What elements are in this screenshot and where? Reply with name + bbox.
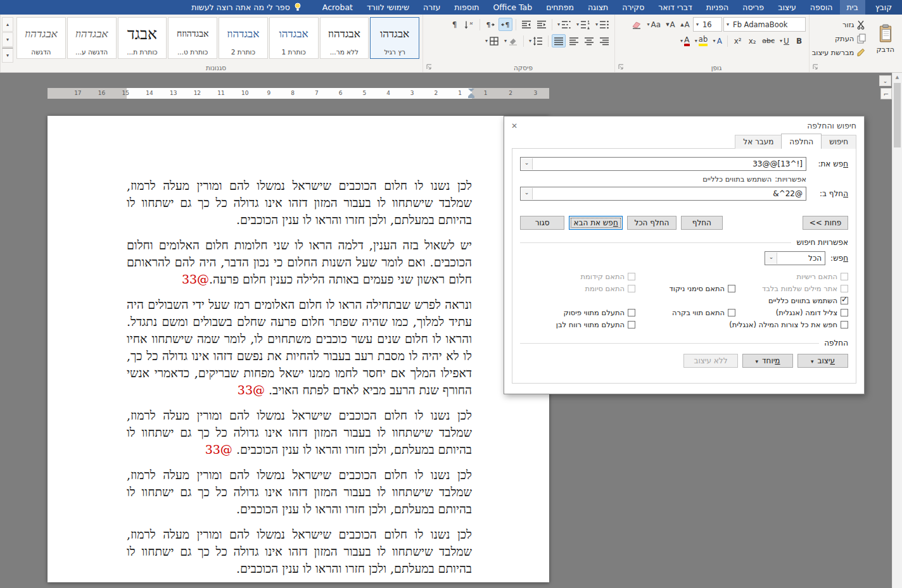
increase-indent-button[interactable] xyxy=(519,18,533,31)
tab-addins[interactable]: תוספות xyxy=(447,0,486,15)
bullets-button[interactable] xyxy=(594,18,611,31)
vertical-scrollbar[interactable]: ▲ xyxy=(892,72,902,588)
paragraph[interactable]: לכן נשנו לו חלום הכוכבים שישראל נמשלו לה… xyxy=(127,526,472,577)
tab-layout[interactable]: פריסה xyxy=(735,0,771,15)
tab-acrobat[interactable]: Acrobat xyxy=(315,0,360,15)
justify-button[interactable] xyxy=(552,34,566,47)
multilevel-list-button[interactable] xyxy=(556,18,573,31)
format-menu-button[interactable]: עיצוב xyxy=(797,354,848,368)
checkbox-find-all-word-forms[interactable]: חפש את כל צורות המילה (אנגלית) xyxy=(735,318,848,330)
checkbox-match-diacritics[interactable]: התאם סימני ניקוד xyxy=(635,282,735,294)
subscript-button[interactable]: x₂ xyxy=(746,34,759,47)
document-page[interactable]: לכן נשנו לו חלום הכוכבים שישראל נמשלו לה… xyxy=(48,116,549,582)
dropdown-arrow-icon[interactable] xyxy=(521,188,533,199)
font-size-combobox[interactable]: 16 xyxy=(693,17,722,32)
style-card-title-t[interactable]: אבגדהוזח כותרת ט... xyxy=(168,17,217,59)
show-paragraph-marks-button[interactable]: ¶ xyxy=(448,18,461,31)
scroll-up-icon[interactable]: ▲ xyxy=(892,72,902,82)
tab-review[interactable]: סקירה xyxy=(615,0,651,15)
rtl-text-direction-button[interactable] xyxy=(499,18,512,31)
paragraph[interactable]: ונראה לפרש שבתחילה הראו לו חלום האלומים … xyxy=(127,296,472,399)
tab-find[interactable]: חיפוש xyxy=(821,135,856,149)
clear-formatting-button[interactable] xyxy=(630,18,644,31)
gallery-scroll-up-icon[interactable]: ▴ xyxy=(2,17,13,32)
style-card-heading1[interactable]: אבגדהו כותרת 1 xyxy=(269,17,319,59)
style-card-normal-run[interactable]: אבגדהו רץ רגיל xyxy=(370,17,419,59)
close-button[interactable]: סגור xyxy=(520,216,564,230)
font-color-button[interactable]: A xyxy=(678,34,692,47)
replace-with-combobox[interactable]: &^22@ xyxy=(520,187,806,201)
style-card-no-spacing[interactable]: אבגדהוז ללא מר... xyxy=(320,17,369,59)
tab-developer[interactable]: מפתחים xyxy=(539,0,581,15)
tab-mailings[interactable]: דברי דואר xyxy=(651,0,699,15)
close-dialog-button[interactable]: ✕ xyxy=(509,120,520,132)
ltr-text-direction-button[interactable] xyxy=(483,18,497,31)
shrink-font-button[interactable]: A▼ xyxy=(664,18,677,31)
style-card-heading2[interactable]: אבגדהוז כותרת 2 xyxy=(219,17,268,59)
tell-me-search[interactable]: ספר לי מה אתה רוצה לעשות xyxy=(186,0,307,15)
find-what-combobox[interactable]: 33@@[13^!] xyxy=(520,157,806,171)
borders-button[interactable] xyxy=(483,34,501,47)
no-formatting-button[interactable]: ללא עיצוב xyxy=(683,354,738,368)
checkbox-match-control-characters[interactable]: התאם תווי בקרה xyxy=(635,306,735,318)
shading-button[interactable] xyxy=(502,34,520,47)
checkbox-ignore-whitespace[interactable]: התעלם מתווי רווח לבן xyxy=(520,318,635,330)
decrease-indent-button[interactable] xyxy=(535,18,549,31)
style-card-subtle-emphasis[interactable]: אבגדהוז הדגשה ע... xyxy=(67,17,117,59)
gallery-scroll-down-icon[interactable]: ▾ xyxy=(2,32,13,47)
align-right-button[interactable] xyxy=(597,34,611,47)
special-menu-button[interactable]: מיוחד xyxy=(742,354,793,368)
superscript-button[interactable]: x² xyxy=(731,34,744,47)
less-button[interactable]: << פחות xyxy=(803,216,848,230)
tab-office-tab[interactable]: Office Tab xyxy=(486,0,540,15)
tab-file[interactable]: קובץ xyxy=(865,0,902,15)
font-dialog-launcher[interactable] xyxy=(617,63,625,71)
numbering-button[interactable] xyxy=(575,18,592,31)
tab-design[interactable]: עיצוב xyxy=(771,0,803,15)
tab-view[interactable]: תצוגה xyxy=(581,0,615,15)
checkbox-match-prefix[interactable]: התאם קידומת xyxy=(520,270,635,282)
paragraph[interactable]: לכן נשנו לו חלום הכוכבים שישראל נמשלו לה… xyxy=(127,177,472,228)
horizontal-ruler[interactable]: 17 16 15 14 13 12 11 10 9 8 7 6 5 4 3 2 … xyxy=(48,88,549,99)
scrollbar-thumb[interactable] xyxy=(894,83,901,147)
format-painter-button[interactable]: מברשת עיצוב xyxy=(811,46,868,59)
replace-button[interactable]: החלף xyxy=(681,216,723,230)
tab-replace[interactable]: החלפה xyxy=(781,134,822,149)
checkbox-sounds-like[interactable]: צליל דומה (אנגלית) xyxy=(735,306,848,318)
change-case-button[interactable]: Aa xyxy=(645,18,663,31)
copy-button[interactable]: העתק xyxy=(811,32,868,45)
first-line-indent-marker[interactable] xyxy=(468,89,474,92)
tab-word-utils[interactable]: שימושי לוורד xyxy=(360,0,416,15)
paragraph[interactable]: לכן נשנו לו חלום הכוכבים שישראל נמשלו לה… xyxy=(127,407,472,458)
style-card-emphasis[interactable]: אבגדהוז הדגשה xyxy=(16,17,66,59)
paragraph[interactable]: יש לשאול בזה הענין, דלמה הראו לו שני חלו… xyxy=(127,237,472,288)
tab-stop-selector[interactable]: ⌐ xyxy=(880,88,892,99)
paste-button[interactable]: הדבק xyxy=(872,17,899,60)
checkbox-whole-words-only[interactable]: אתר מילים שלמות בלבד xyxy=(735,282,848,294)
tab-goto[interactable]: מעבר אל xyxy=(735,135,782,149)
indent-markers[interactable] xyxy=(468,89,474,98)
find-next-button[interactable]: חפש את הבא xyxy=(569,216,623,230)
highlight-color-button[interactable]: ab xyxy=(693,34,709,47)
replace-all-button[interactable]: החלף הכל xyxy=(627,216,676,230)
style-card-title[interactable]: אבגד כותרת ת... xyxy=(118,17,167,59)
checkbox-match-suffix[interactable]: התאם סיומת xyxy=(520,282,635,294)
tab-home[interactable]: בית xyxy=(840,0,865,15)
clipboard-dialog-launcher[interactable] xyxy=(811,63,819,71)
gallery-more-icon[interactable]: ▾ xyxy=(2,47,13,63)
align-center-button[interactable] xyxy=(582,34,596,47)
checkbox-use-wildcards[interactable]: השתמש בתווים כלליים xyxy=(735,294,848,306)
tab-insert[interactable]: הוספה xyxy=(803,0,840,15)
paragraph-dialog-launcher[interactable] xyxy=(425,63,433,71)
font-name-combobox[interactable]: Fb AdamaBook xyxy=(723,17,806,32)
text-effects-button[interactable]: A xyxy=(711,34,724,47)
checkbox-match-case[interactable]: התאם רישיות xyxy=(735,270,848,282)
bold-button[interactable]: B xyxy=(792,34,806,47)
sort-button[interactable] xyxy=(462,18,476,31)
line-spacing-button[interactable] xyxy=(527,34,545,47)
search-direction-select[interactable]: הכל xyxy=(765,251,825,265)
tab-help[interactable]: עזרה xyxy=(416,0,447,15)
strikethrough-button[interactable]: abc xyxy=(760,34,777,47)
dropdown-arrow-icon[interactable] xyxy=(521,158,533,170)
align-left-button[interactable] xyxy=(567,34,581,47)
